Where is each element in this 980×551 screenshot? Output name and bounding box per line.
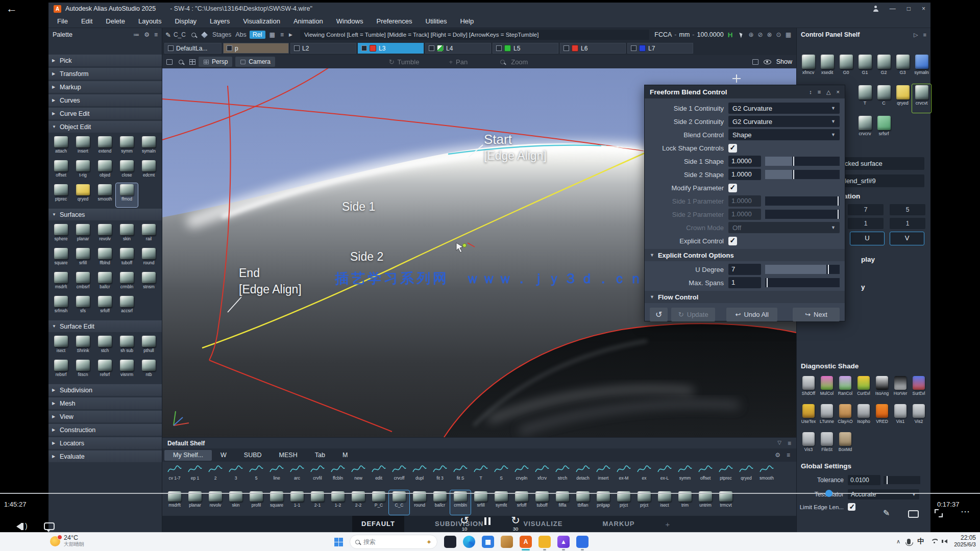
diagnostic-shade-tool[interactable]: IsoAng: [873, 375, 891, 403]
shelf-tab[interactable]: W: [212, 450, 235, 461]
palette-tool[interactable]: rebsrf: [50, 359, 72, 383]
list-icon[interactable]: ≡: [280, 31, 284, 38]
cp-tool[interactable]: symaln: [912, 54, 931, 82]
video-more-icon[interactable]: ⋯: [961, 506, 970, 517]
cp-tool[interactable]: T: [855, 84, 874, 113]
layer-checkbox[interactable]: [294, 45, 300, 51]
cp-tool[interactable]: crvcrv: [855, 115, 874, 143]
shelf-tool[interactable]: ptprec: [716, 463, 736, 488]
menu-item[interactable]: File: [51, 15, 75, 28]
cp-tool[interactable]: crvcvt: [912, 84, 931, 113]
shelf-tool[interactable]: fit 3: [430, 463, 450, 488]
taskbar-clock[interactable]: 22:05 2025/6/3: [954, 535, 976, 548]
ime-indicator[interactable]: 中: [917, 537, 924, 546]
menu-item[interactable]: Edit: [75, 15, 99, 28]
palette-tool[interactable]: isect: [50, 335, 72, 359]
menu-item[interactable]: Layouts: [132, 15, 168, 28]
palette-tool[interactable]: msdrft: [50, 271, 72, 295]
palette-section-construction[interactable]: ▶Construction: [48, 424, 162, 436]
palette-tool[interactable]: round: [138, 247, 160, 271]
palette-section-mesh[interactable]: ▶Mesh: [48, 397, 162, 409]
shelf-tool[interactable]: 2-1: [307, 490, 328, 515]
diagnostic-shade-tool[interactable]: CurEvl: [854, 375, 873, 403]
minimize-button[interactable]: —: [890, 5, 896, 12]
mode-tab[interactable]: MARKUP: [593, 516, 644, 532]
palette-section-object-edit[interactable]: ▼Object Edit: [48, 121, 162, 133]
taskbar-app-reader[interactable]: [576, 536, 589, 548]
shelf-tool[interactable]: square: [266, 490, 287, 515]
layer-checkbox[interactable]: [227, 45, 232, 51]
palette-tool[interactable]: sphere: [50, 223, 72, 247]
add-mode-icon[interactable]: +: [665, 520, 670, 529]
visibility-eye-icon[interactable]: [764, 60, 771, 64]
units-indicator[interactable]: mm: [679, 31, 690, 38]
cp-tool[interactable]: G2: [874, 54, 893, 82]
taskbar-app-store[interactable]: ▦: [482, 536, 494, 548]
video-back-button[interactable]: ←: [6, 2, 17, 15]
shelf-tool[interactable]: crmbln: [450, 490, 471, 515]
persp-view-tab[interactable]: Persp: [199, 57, 232, 67]
palette-tool[interactable]: qryed: [72, 183, 94, 207]
shelf-tool[interactable]: new: [348, 463, 369, 488]
degree-v-value[interactable]: 5: [890, 204, 925, 215]
layer-color-swatch[interactable]: [504, 45, 511, 52]
tolerance-field[interactable]: 0.0100: [848, 475, 880, 485]
cplane-indicator[interactable]: FCCA: [654, 31, 672, 38]
layer-checkbox[interactable]: [361, 45, 367, 51]
shelf-tool[interactable]: symfit: [491, 490, 511, 515]
shelf-tool[interactable]: trmcvt: [716, 490, 736, 515]
shelf-tool[interactable]: P_C: [369, 490, 389, 515]
explicit-control-checkbox[interactable]: [728, 237, 737, 245]
shelf-tool[interactable]: 2-2: [348, 490, 369, 515]
palette-tool[interactable]: accsrf: [116, 295, 138, 319]
palette-gear-icon[interactable]: ⚙: [144, 31, 150, 38]
shelf-tool[interactable]: cv 1-7: [164, 463, 185, 488]
taskbar-search[interactable]: 搜索 ✦: [350, 535, 437, 549]
palette-tool[interactable]: symm: [116, 135, 138, 159]
rel-toggle[interactable]: Rel: [250, 31, 265, 39]
taskbar-app-files[interactable]: [538, 536, 551, 548]
shelf-tool[interactable]: detach: [573, 463, 593, 488]
tray-volume-icon[interactable]: [944, 539, 947, 543]
cp-tool[interactable]: C: [874, 84, 893, 113]
layer-checkbox[interactable]: [496, 45, 502, 51]
shelf-tool[interactable]: xfcrv: [532, 463, 552, 488]
layer-color-swatch[interactable]: [572, 45, 578, 52]
shelf-tab[interactable]: Tab: [306, 450, 334, 461]
diagnostic-shade-tool[interactable]: VRED: [873, 403, 891, 431]
u-direction-button[interactable]: U: [850, 232, 885, 245]
palette-tool[interactable]: revolv: [94, 223, 116, 247]
palette-tool[interactable]: refsrf: [94, 359, 116, 383]
pointer-icon[interactable]: [740, 32, 744, 38]
scale-indicator[interactable]: 100.0000: [697, 31, 724, 38]
palette-tool[interactable]: objed: [94, 159, 116, 183]
palette-section-locators[interactable]: ▶Locators: [48, 437, 162, 449]
shelf-tool[interactable]: offset: [695, 463, 716, 488]
diagnostic-shade-header[interactable]: Diagnostic Shade: [801, 362, 859, 370]
shelf-tool[interactable]: tbflan: [573, 490, 593, 515]
mini-player-icon[interactable]: [908, 510, 919, 518]
palette-tool[interactable]: attach: [50, 135, 72, 159]
new-window-icon[interactable]: [166, 59, 173, 65]
undo-button[interactable]: ↺: [650, 308, 668, 321]
palette-tool[interactable]: sh sub: [116, 335, 138, 359]
skip-back-button[interactable]: ↺10: [457, 515, 472, 534]
diagnostic-shade-tool[interactable]: ShdOff: [799, 375, 818, 403]
snap-point-icon[interactable]: ⊗: [767, 31, 772, 38]
palette-tool[interactable]: stnsm: [138, 271, 160, 295]
menu-item[interactable]: Windows: [330, 15, 370, 28]
blend-control-select[interactable]: Shape▼: [728, 129, 840, 140]
dialog-menu-icon[interactable]: ≡: [818, 89, 821, 95]
palette-tool[interactable]: skin: [116, 223, 138, 247]
layer-item[interactable]: L6: [560, 43, 626, 54]
snap-grid-icon[interactable]: ⊕: [748, 31, 753, 38]
shelf-tool[interactable]: msdrft: [164, 490, 185, 515]
tolerance-slider[interactable]: [884, 476, 920, 484]
video-volume-icon[interactable]: [16, 523, 21, 530]
shelf-tool[interactable]: ep 1: [185, 463, 205, 488]
palette-tool[interactable]: close: [116, 159, 138, 183]
skip-forward-button[interactable]: ↻30: [508, 515, 523, 534]
palette-tool[interactable]: smooth: [94, 183, 116, 207]
account-icon[interactable]: [873, 6, 878, 12]
layer-checkbox[interactable]: [168, 45, 174, 51]
